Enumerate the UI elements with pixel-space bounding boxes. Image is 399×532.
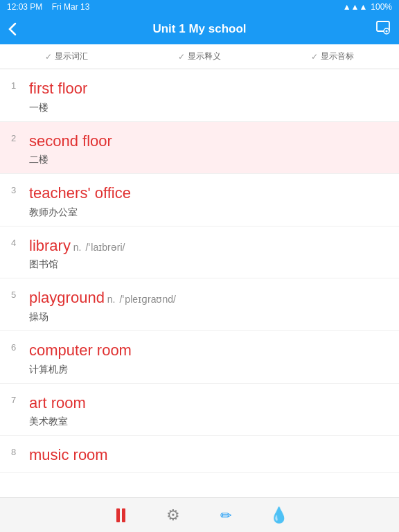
word-english-line: playground n./ˈpleɪɡraʊnd/ bbox=[29, 288, 388, 308]
word-type: n. bbox=[71, 242, 82, 253]
word-english-line: first floor bbox=[29, 79, 388, 99]
filter-definition[interactable]: ✓ 显示释义 bbox=[133, 44, 266, 69]
filter-definition-check: ✓ bbox=[178, 52, 185, 62]
word-content: library n./ˈlaɪbrəri/图书馆 bbox=[29, 236, 388, 272]
status-time: 12:03 PM Fri Mar 13 bbox=[7, 2, 89, 12]
gear-icon: ⚙ bbox=[166, 506, 180, 524]
word-number: 2 bbox=[11, 132, 22, 143]
word-number: 7 bbox=[11, 393, 22, 405]
word-number: 1 bbox=[11, 79, 22, 91]
word-number: 6 bbox=[11, 341, 22, 353]
filter-phonetic-label: 显示音标 bbox=[321, 51, 354, 62]
word-english: teachers' office bbox=[29, 184, 131, 202]
word-content: art room美术教室 bbox=[29, 393, 388, 429]
drop-icon: 💧 bbox=[269, 506, 288, 524]
word-item[interactable]: 5playground n./ˈpleɪɡraʊnd/操场 bbox=[0, 278, 399, 331]
battery-label: 100% bbox=[371, 2, 392, 12]
status-indicators: ▲▲▲ 100% bbox=[343, 2, 392, 12]
nav-title: Unit 1 My school bbox=[152, 22, 246, 36]
word-chinese: 二楼 bbox=[29, 154, 388, 166]
word-item[interactable]: 7art room美术教室 bbox=[0, 384, 399, 436]
word-item[interactable]: 2second floor二楼 bbox=[0, 122, 399, 175]
filter-definition-label: 显示释义 bbox=[188, 51, 221, 62]
nav-action-button[interactable] bbox=[375, 20, 391, 39]
word-item[interactable]: 3teachers' office教师办公室 bbox=[0, 174, 399, 227]
word-chinese: 操场 bbox=[29, 311, 388, 323]
pencil-icon: ✏ bbox=[220, 507, 232, 524]
back-button[interactable] bbox=[8, 22, 17, 36]
word-chinese: 一楼 bbox=[29, 102, 388, 114]
status-bar: 12:03 PM Fri Mar 13 ▲▲▲ 100% bbox=[0, 0, 399, 14]
word-content: playground n./ˈpleɪɡraʊnd/操场 bbox=[29, 288, 388, 323]
word-chinese: 教师办公室 bbox=[29, 206, 388, 219]
highlight-button[interactable]: 💧 bbox=[266, 503, 291, 528]
word-english: art room bbox=[29, 394, 86, 411]
word-content: first floor一楼 bbox=[29, 79, 388, 114]
word-number: 3 bbox=[11, 184, 22, 195]
filter-bar: ✓ 显示词汇 ✓ 显示释义 ✓ 显示音标 bbox=[0, 44, 399, 69]
word-english: first floor bbox=[29, 80, 87, 97]
word-english-line: computer room bbox=[29, 341, 388, 361]
filter-vocab-check: ✓ bbox=[45, 52, 52, 62]
wifi-icon: ▲▲▲ bbox=[343, 2, 368, 12]
word-english: library bbox=[29, 237, 71, 254]
word-english: playground bbox=[29, 289, 105, 306]
word-item[interactable]: 8music room bbox=[0, 436, 399, 473]
word-english-line: second floor bbox=[29, 132, 388, 152]
word-number: 4 bbox=[11, 236, 22, 248]
word-item[interactable]: 1first floor一楼 bbox=[0, 69, 399, 122]
filter-vocab-label: 显示词汇 bbox=[55, 51, 88, 62]
nav-bar: Unit 1 My school bbox=[0, 14, 399, 44]
word-english-line: library n./ˈlaɪbrəri/ bbox=[29, 236, 388, 256]
word-content: second floor二楼 bbox=[29, 132, 388, 167]
word-chinese: 计算机房 bbox=[29, 364, 388, 376]
word-content: computer room计算机房 bbox=[29, 341, 388, 376]
word-type: n. bbox=[105, 294, 116, 305]
word-phonetic: /ˈlaɪbrəri/ bbox=[85, 242, 125, 253]
word-english-line: art room bbox=[29, 393, 388, 414]
filter-phonetic-check: ✓ bbox=[311, 52, 318, 62]
pause-icon bbox=[116, 508, 125, 522]
word-chinese: 图书馆 bbox=[29, 258, 388, 271]
word-chinese: 美术教室 bbox=[29, 416, 388, 428]
filter-vocab[interactable]: ✓ 显示词汇 bbox=[0, 44, 133, 69]
bottom-toolbar: ⚙ ✏ 💧 bbox=[0, 497, 399, 532]
word-phonetic: /ˈpleɪɡraʊnd/ bbox=[119, 294, 175, 305]
edit-button[interactable]: ✏ bbox=[213, 503, 238, 528]
word-english-line: music room bbox=[29, 445, 388, 466]
word-content: music room bbox=[29, 445, 388, 466]
word-number: 8 bbox=[11, 445, 22, 457]
word-english-line: teachers' office bbox=[29, 184, 388, 204]
pause-button[interactable] bbox=[108, 503, 133, 528]
word-list: 1first floor一楼2second floor二楼3teachers' … bbox=[0, 69, 399, 497]
word-item[interactable]: 4library n./ˈlaɪbrəri/图书馆 bbox=[0, 227, 399, 279]
settings-button[interactable]: ⚙ bbox=[161, 503, 186, 528]
word-content: teachers' office教师办公室 bbox=[29, 184, 388, 219]
word-english: second floor bbox=[29, 132, 112, 150]
word-item[interactable]: 6computer room计算机房 bbox=[0, 331, 399, 384]
word-english: computer room bbox=[29, 342, 132, 359]
filter-phonetic[interactable]: ✓ 显示音标 bbox=[266, 44, 399, 69]
word-number: 5 bbox=[11, 288, 22, 300]
word-english: music room bbox=[29, 446, 108, 463]
